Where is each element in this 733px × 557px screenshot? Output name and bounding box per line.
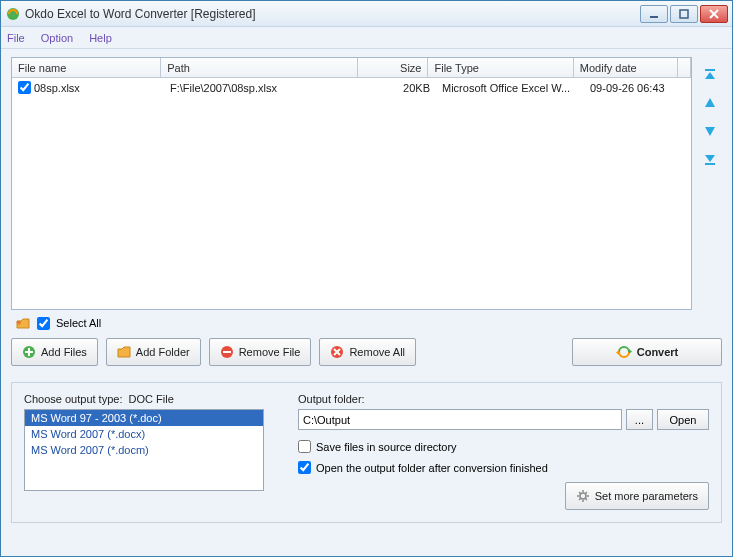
col-extra [678, 58, 691, 77]
open-after-label: Open the output folder after conversion … [316, 462, 548, 474]
menu-help[interactable]: Help [89, 32, 112, 44]
window-title: Okdo Excel to Word Converter [Registered… [25, 7, 640, 21]
reorder-controls [698, 57, 722, 310]
browse-button[interactable]: ... [626, 409, 653, 430]
list-item[interactable]: MS Word 97 - 2003 (*.doc) [25, 410, 263, 426]
svg-rect-2 [680, 10, 688, 18]
minimize-button[interactable] [640, 5, 668, 23]
remove-file-button[interactable]: Remove File [209, 338, 312, 366]
output-folder-label: Output folder: [298, 393, 709, 405]
output-panel: Choose output type: DOC File MS Word 97 … [11, 382, 722, 523]
open-folder-button[interactable]: Open [657, 409, 709, 430]
open-after-checkbox[interactable] [298, 461, 311, 474]
svg-marker-9 [705, 155, 715, 162]
list-item[interactable]: MS Word 2007 (*.docm) [25, 442, 263, 458]
output-type-listbox[interactable]: MS Word 97 - 2003 (*.doc) MS Word 2007 (… [24, 409, 264, 491]
svg-marker-7 [705, 98, 715, 107]
col-filename[interactable]: File name [12, 58, 161, 77]
folder-icon [117, 345, 131, 359]
col-filetype[interactable]: File Type [428, 58, 573, 77]
gear-icon [576, 489, 590, 503]
close-button[interactable] [700, 5, 728, 23]
row-modify: 09-09-26 06:43 [584, 80, 690, 96]
svg-marker-22 [616, 350, 619, 355]
file-table: File name Path Size File Type Modify dat… [11, 57, 692, 310]
select-all-checkbox[interactable] [37, 317, 50, 330]
add-files-button[interactable]: Add Files [11, 338, 98, 366]
svg-marker-8 [705, 127, 715, 136]
table-header: File name Path Size File Type Modify dat… [12, 58, 691, 78]
menu-bar: File Option Help [1, 27, 732, 49]
col-path[interactable]: Path [161, 58, 357, 77]
minus-icon [220, 345, 234, 359]
save-in-source-label: Save files in source directory [316, 441, 457, 453]
convert-button[interactable]: Convert [572, 338, 722, 366]
plus-icon [22, 345, 36, 359]
svg-line-29 [585, 499, 587, 501]
row-filename: 08sp.xlsx [34, 82, 80, 94]
svg-rect-10 [705, 163, 715, 165]
app-icon [5, 6, 21, 22]
svg-marker-21 [629, 349, 632, 354]
menu-file[interactable]: File [7, 32, 25, 44]
save-in-source-checkbox[interactable] [298, 440, 311, 453]
move-top-button[interactable] [700, 65, 720, 85]
choose-output-value: DOC File [129, 393, 174, 405]
output-folder-input[interactable] [298, 409, 622, 430]
svg-marker-6 [705, 72, 715, 79]
row-checkbox[interactable] [18, 81, 31, 94]
col-modify[interactable]: Modify date [574, 58, 678, 77]
row-path: F:\File\2007\08sp.xlsx [164, 80, 364, 96]
menu-option[interactable]: Option [41, 32, 73, 44]
col-size[interactable]: Size [358, 58, 429, 77]
add-folder-button[interactable]: Add Folder [106, 338, 201, 366]
title-bar: Okdo Excel to Word Converter [Registered… [1, 1, 732, 27]
svg-line-30 [585, 492, 587, 494]
choose-output-label: Choose output type: [24, 393, 122, 405]
svg-line-28 [579, 492, 581, 494]
convert-icon [616, 344, 632, 360]
move-bottom-button[interactable] [700, 149, 720, 169]
move-up-button[interactable] [700, 93, 720, 113]
up-folder-icon[interactable] [15, 316, 31, 330]
row-size: 20KB [364, 80, 436, 96]
select-all-label: Select All [56, 317, 101, 329]
app-window: Okdo Excel to Word Converter [Registered… [0, 0, 733, 557]
svg-point-23 [580, 493, 586, 499]
x-icon [330, 345, 344, 359]
move-down-button[interactable] [700, 121, 720, 141]
set-more-params-button[interactable]: Set more parameters [565, 482, 709, 510]
maximize-button[interactable] [670, 5, 698, 23]
svg-marker-15 [118, 347, 130, 357]
row-filetype: Microsoft Office Excel W... [436, 80, 584, 96]
remove-all-button[interactable]: Remove All [319, 338, 416, 366]
table-row[interactable]: 08sp.xlsx F:\File\2007\08sp.xlsx 20KB Mi… [12, 78, 691, 97]
list-item[interactable]: MS Word 2007 (*.docx) [25, 426, 263, 442]
svg-line-31 [579, 499, 581, 501]
svg-rect-5 [705, 69, 715, 71]
